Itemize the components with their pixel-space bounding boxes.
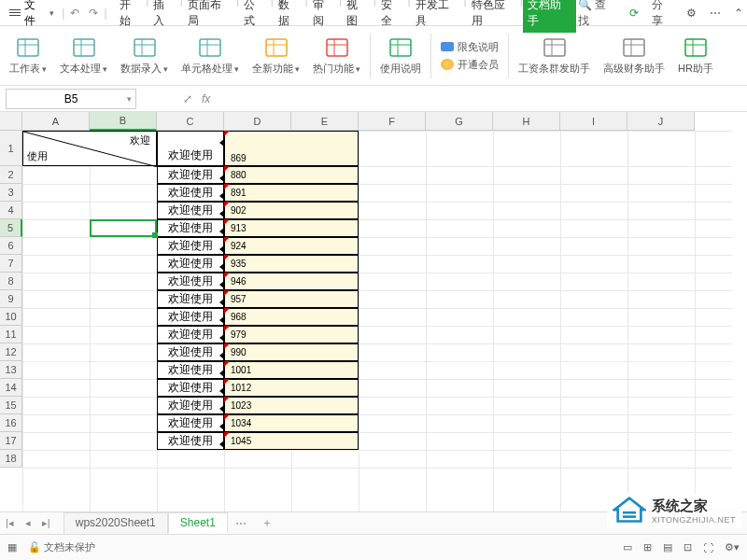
cell-c11[interactable]: 欢迎使用 xyxy=(157,326,224,343)
row-header-2[interactable]: 2 xyxy=(0,166,22,184)
share-button[interactable]: 分享 xyxy=(652,0,673,29)
cell-c9[interactable]: 欢迎使用 xyxy=(157,290,224,308)
sync-icon[interactable]: ⟳ xyxy=(629,7,639,20)
tab-数据[interactable]: 数据 xyxy=(274,0,305,33)
col-header-J[interactable]: J xyxy=(627,112,695,131)
ribbon-工作表[interactable]: 工作表▾ xyxy=(4,34,52,77)
ribbon-热门功能[interactable]: 热门功能▾ xyxy=(307,34,366,77)
cell-c13[interactable]: 欢迎使用 xyxy=(157,361,224,379)
cell-d16[interactable]: 1034 xyxy=(224,414,359,432)
row-header-5[interactable]: 5 xyxy=(0,219,22,237)
cell-c1[interactable]: 欢迎使用 xyxy=(157,131,224,166)
view-layout-icon[interactable]: ⊞ xyxy=(643,541,652,553)
spreadsheet-grid[interactable]: ABCDEFGHIJ 123456789101112131415161718 欢… xyxy=(0,112,747,513)
row-header-18[interactable]: 18 xyxy=(0,450,22,468)
tab-审阅[interactable]: 审阅 xyxy=(308,0,340,33)
cell-d9[interactable]: 957 xyxy=(224,290,359,308)
options-icon[interactable]: ▦ xyxy=(7,541,17,553)
ribbon-数据录入[interactable]: 数据录入▾ xyxy=(115,34,174,77)
col-header-D[interactable]: D xyxy=(224,112,291,131)
col-header-F[interactable]: F xyxy=(359,112,426,131)
row-header-8[interactable]: 8 xyxy=(0,273,22,290)
cell-d11[interactable]: 979 xyxy=(224,326,359,343)
ribbon-使用说明[interactable]: 使用说明 xyxy=(374,34,427,77)
cell-d4[interactable]: 902 xyxy=(224,202,359,219)
cell-c8[interactable]: 欢迎使用 xyxy=(157,273,224,290)
search-button[interactable]: 🔍 查找 xyxy=(578,0,616,29)
tab-开始[interactable]: 开始 xyxy=(115,0,147,33)
cell-c12[interactable]: 欢迎使用 xyxy=(157,343,224,361)
tab-文档助手[interactable]: 文档助手 xyxy=(523,0,576,33)
tab-视图[interactable]: 视图 xyxy=(342,0,374,33)
cell-d17[interactable]: 1045 xyxy=(224,432,359,450)
tab-开发工具[interactable]: 开发工具 xyxy=(411,0,464,33)
tab-页面布局[interactable]: 页面布局 xyxy=(183,0,236,33)
vip-open[interactable]: 开通会员 xyxy=(441,58,499,72)
sheet-next-icon[interactable]: ▸| xyxy=(36,517,56,529)
cell-c3[interactable]: 欢迎使用 xyxy=(157,184,224,202)
zoom-fit-icon[interactable]: ⛶ xyxy=(703,542,713,553)
cell-c4[interactable]: 欢迎使用 xyxy=(157,202,224,219)
cell-c7[interactable]: 欢迎使用 xyxy=(157,255,224,273)
ribbon-高级财务助手[interactable]: 高级财务助手 xyxy=(598,34,670,77)
sheet-add-button[interactable]: ＋ xyxy=(254,515,280,531)
ribbon-工资条群发助手[interactable]: 工资条群发助手 xyxy=(513,34,596,77)
cell-c6[interactable]: 欢迎使用 xyxy=(157,237,224,255)
view-page-icon[interactable]: ▤ xyxy=(663,541,672,553)
tab-特色应用[interactable]: 特色应用 xyxy=(467,0,520,33)
cell-d7[interactable]: 935 xyxy=(224,255,359,273)
settings-icon[interactable]: ⚙▾ xyxy=(725,541,740,553)
col-header-H[interactable]: H xyxy=(493,112,560,131)
col-header-B[interactable]: B xyxy=(90,112,157,131)
sheet-first-icon[interactable]: |◂ xyxy=(0,517,20,529)
row-header-11[interactable]: 11 xyxy=(0,326,22,343)
col-header-I[interactable]: I xyxy=(560,112,627,131)
cell-d5[interactable]: 913 xyxy=(224,219,359,237)
fx-label[interactable]: fx xyxy=(202,92,210,105)
undo-icon[interactable]: ↶ xyxy=(66,7,83,20)
redo-icon[interactable]: ↷ xyxy=(85,7,102,20)
settings-icon[interactable]: ⚙ xyxy=(686,7,697,20)
cell-c16[interactable]: 欢迎使用 xyxy=(157,414,224,432)
row-header-13[interactable]: 13 xyxy=(0,361,22,379)
row-header-12[interactable]: 12 xyxy=(0,343,22,361)
protect-status[interactable]: 🔓 文档未保护 xyxy=(28,540,95,554)
cells-area[interactable]: 欢迎使用欢迎使用欢迎使用欢迎使用欢迎使用欢迎使用欢迎使用欢迎使用欢迎使用欢迎使用… xyxy=(22,131,732,513)
row-header-7[interactable]: 7 xyxy=(0,255,22,273)
col-header-C[interactable]: C xyxy=(157,112,224,131)
row-header-3[interactable]: 3 xyxy=(0,184,22,202)
tab-公式[interactable]: 公式 xyxy=(239,0,271,33)
cell-d1[interactable]: 869 xyxy=(224,131,359,166)
cell-c5[interactable]: 欢迎使用 xyxy=(157,219,224,237)
select-all-corner[interactable] xyxy=(0,112,22,131)
free-desc[interactable]: 限免说明 xyxy=(441,40,499,54)
ribbon-文本处理[interactable]: 文本处理▾ xyxy=(54,34,113,77)
more-icon[interactable]: ⋯ xyxy=(710,7,721,20)
row-header-1[interactable]: 1 xyxy=(0,131,22,166)
cell-a1-diagonal[interactable]: 欢迎使用 xyxy=(22,131,157,166)
ribbon-HR助手[interactable]: HR助手 xyxy=(672,34,719,77)
col-header-G[interactable]: G xyxy=(426,112,493,131)
row-header-17[interactable]: 17 xyxy=(0,432,22,450)
row-header-14[interactable]: 14 xyxy=(0,379,22,397)
ribbon-单元格处理[interactable]: 单元格处理▾ xyxy=(176,34,245,77)
expand-icon[interactable]: ⤢ xyxy=(183,92,192,105)
tab-插入[interactable]: 插入 xyxy=(148,0,180,33)
name-box[interactable]: B5 ▾ xyxy=(6,89,136,109)
cell-c14[interactable]: 欢迎使用 xyxy=(157,379,224,397)
cell-d12[interactable]: 990 xyxy=(224,343,359,361)
sheet-prev-icon[interactable]: ◂ xyxy=(20,517,36,529)
row-header-16[interactable]: 16 xyxy=(0,414,22,432)
cell-d14[interactable]: 1012 xyxy=(224,379,359,397)
row-header-4[interactable]: 4 xyxy=(0,202,22,219)
cell-d8[interactable]: 946 xyxy=(224,273,359,290)
row-header-15[interactable]: 15 xyxy=(0,397,22,414)
cell-c2[interactable]: 欢迎使用 xyxy=(157,166,224,184)
sheet-tab-Sheet1[interactable]: Sheet1 xyxy=(168,512,228,534)
ribbon-全新功能[interactable]: 全新功能▾ xyxy=(247,34,305,77)
cell-d15[interactable]: 1023 xyxy=(224,397,359,414)
cell-c17[interactable]: 欢迎使用 xyxy=(157,432,224,450)
cell-c10[interactable]: 欢迎使用 xyxy=(157,308,224,326)
tab-安全[interactable]: 安全 xyxy=(376,0,408,33)
view-normal-icon[interactable]: ▭ xyxy=(623,541,632,553)
